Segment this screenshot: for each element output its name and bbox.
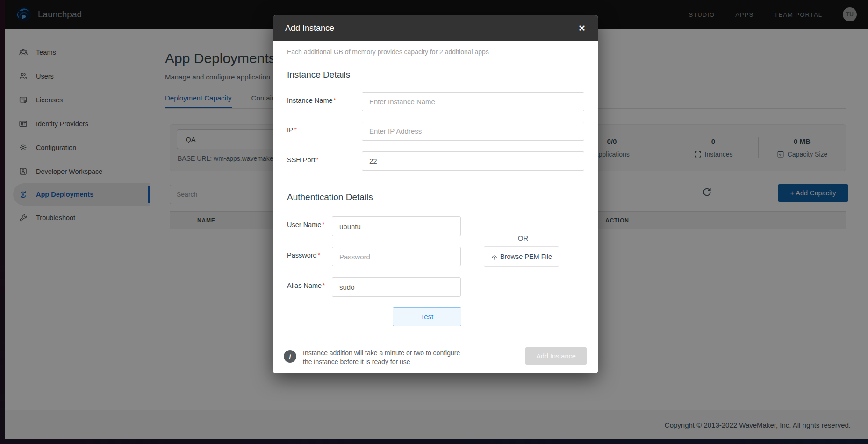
modal-header: Add Instance ✕ [273, 15, 598, 41]
section-instance-details: Instance Details [287, 70, 350, 80]
required-asterisk: * [334, 97, 336, 104]
required-asterisk: * [318, 251, 320, 258]
upload-icon [491, 253, 498, 260]
browse-pem-label: Browse PEM File [500, 253, 552, 260]
ip-input[interactable] [362, 122, 584, 141]
required-asterisk: * [316, 156, 318, 163]
instance-name-label: Instance Name* [287, 97, 336, 104]
add-instance-modal: Add Instance ✕ Each additional GB of mem… [273, 15, 598, 373]
alias-name-input[interactable] [332, 277, 461, 297]
required-asterisk: * [322, 221, 324, 228]
instance-addition-note: Instance addition will take a minute or … [303, 349, 460, 366]
close-icon[interactable]: ✕ [578, 24, 586, 33]
user-name-label: User Name* [287, 221, 324, 229]
user-name-input[interactable] [332, 216, 461, 236]
required-asterisk: * [323, 282, 325, 289]
ssh-port-label: SSH Port* [287, 156, 319, 164]
screen: Launchpad STUDIO APPS TEAM PORTAL TU Tea… [0, 0, 868, 444]
test-button[interactable]: Test [393, 307, 461, 326]
add-instance-button[interactable]: Add Instance [525, 347, 587, 365]
ssh-port-input[interactable] [362, 151, 584, 171]
required-asterisk: * [294, 126, 297, 133]
memory-note: Each additional GB of memory provides ca… [287, 48, 489, 56]
password-label: Password* [287, 251, 320, 259]
password-input[interactable] [332, 247, 461, 266]
info-icon: i [284, 350, 296, 363]
section-authentication-details: Authentication Details [287, 192, 373, 202]
browse-pem-button[interactable]: Browse PEM File [484, 246, 559, 267]
instance-name-input[interactable] [362, 92, 584, 111]
or-separator: OR [509, 234, 537, 242]
alias-name-label: Alias Name* [287, 282, 325, 289]
modal-title: Add Instance [285, 23, 334, 33]
modal-footer: i Instance addition will take a minute o… [273, 341, 598, 373]
ip-label: IP* [287, 126, 297, 134]
